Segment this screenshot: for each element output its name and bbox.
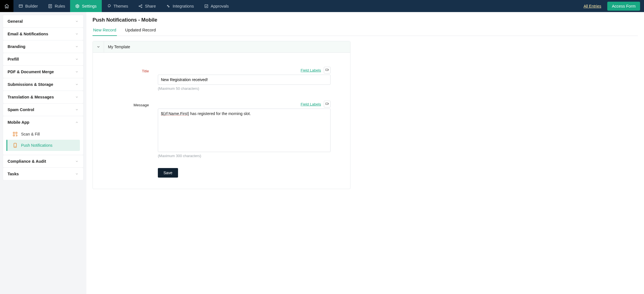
sidebar-item-spam-control[interactable]: Spam Control [3,103,84,116]
message-row: Message Field Labels ${zf:Name.First} ha… [121,101,331,158]
title-field-wrap: Field Labels (Maximum 50 characters) [158,67,331,91]
integrations-icon [166,4,170,8]
insert-icon [325,68,329,72]
chevron-down-icon [75,172,79,176]
nav-tab-label: Builder [25,4,38,8]
nav-tab-share[interactable]: Share [133,0,161,12]
svg-rect-9 [13,135,15,136]
sidebar-item-label: Email & Notifications [8,32,48,36]
svg-rect-7 [13,132,15,134]
content-tabs: New Record Updated Record [93,25,638,36]
svg-rect-0 [19,4,22,7]
sidebar-item-email-notifications[interactable]: Email & Notifications [3,27,84,40]
insert-field-button-title[interactable] [324,67,331,74]
chevron-down-icon [75,108,79,112]
main-content: Push Notifications - Mobile New Record U… [86,12,644,294]
merge-token: ${zf:Name.First} [161,111,189,116]
settings-sidebar: General Email & Notifications Branding P… [0,12,86,294]
access-form-button[interactable]: Access Form [607,2,640,11]
nav-tab-settings[interactable]: Settings [70,0,101,12]
sidebar-sub-scan-fill[interactable]: Scan & Fill [6,128,80,140]
themes-icon [107,4,111,8]
message-input[interactable]: ${zf:Name.First} has registered for the … [158,109,331,152]
chevron-down-icon [75,45,79,49]
nav-tab-rules[interactable]: Rules [43,0,70,12]
sidebar-item-label: Submissions & Storage [8,82,53,87]
nav-tab-builder[interactable]: Builder [13,0,43,12]
svg-rect-12 [326,103,328,105]
nav-tab-integrations[interactable]: Integrations [161,0,199,12]
chevron-down-icon [75,159,79,163]
nav-tab-themes[interactable]: Themes [102,0,133,12]
nav-tabs: Builder Rules Settings Themes Share Inte… [13,0,583,12]
save-button[interactable]: Save [158,168,178,178]
tab-new-record[interactable]: New Record [93,25,117,36]
top-nav: Builder Rules Settings Themes Share Inte… [0,0,644,12]
message-hint: (Maximum 300 characters) [158,154,331,158]
sidebar-item-translation-messages[interactable]: Translation & Messages [3,91,84,104]
chevron-down-icon [75,32,79,36]
approvals-icon [204,4,209,8]
home-button[interactable] [0,0,13,12]
sidebar-item-pdf-document-merge[interactable]: PDF & Document Merge [3,65,84,78]
all-entries-link[interactable]: All Entries [583,4,601,8]
message-text: has registered for the morning slot. [189,111,251,116]
sidebar-item-prefill[interactable]: Prefill [3,53,84,66]
sidebar-item-branding[interactable]: Branding [3,40,84,53]
panel-title: My Template [104,41,134,52]
chevron-down-icon [75,95,79,99]
sidebar-item-tasks[interactable]: Tasks [3,167,84,180]
sidebar-item-general[interactable]: General [3,15,84,28]
nav-tab-label: Share [145,4,156,8]
svg-rect-11 [326,69,328,71]
nav-right: All Entries Access Form [583,0,644,12]
builder-icon [19,4,23,8]
sidebar-item-compliance-audit[interactable]: Compliance & Audit [3,155,84,168]
title-input[interactable] [158,75,331,85]
insert-icon [325,102,329,106]
template-panel-body: Title Field Labels (Maximum 50 character… [93,53,350,189]
nav-tab-approvals[interactable]: Approvals [199,0,234,12]
panel-collapse-toggle[interactable] [93,41,104,52]
sidebar-item-submissions-storage[interactable]: Submissions & Storage [3,78,84,91]
template-panel: My Template Title Field Labels (M [93,41,350,189]
nav-tab-label: Settings [82,4,96,8]
sidebar-item-label: Translation & Messages [8,95,54,99]
sidebar-item-label: Prefill [8,57,19,61]
svg-point-2 [77,6,78,7]
sidebar-item-label: Branding [8,44,26,49]
title-hint: (Maximum 50 characters) [158,86,331,91]
svg-rect-6 [205,4,208,8]
nav-tab-label: Integrations [173,4,194,8]
chevron-up-icon [75,120,79,124]
share-icon [138,4,143,8]
sidebar-item-label: General [8,19,23,24]
field-labels-link-message[interactable]: Field Labels [301,102,321,106]
template-panel-header: My Template [93,41,350,53]
field-labels-link-title[interactable]: Field Labels [301,68,321,72]
message-field-wrap: Field Labels ${zf:Name.First} has regist… [158,101,331,158]
rules-icon [48,4,52,8]
sidebar-item-label: Mobile App [8,120,29,125]
svg-rect-8 [16,132,17,134]
nav-tab-label: Approvals [211,4,229,8]
tab-updated-record[interactable]: Updated Record [125,25,156,36]
chevron-down-icon [96,45,100,49]
sidebar-item-label: PDF & Document Merge [8,70,54,74]
home-icon [4,4,9,9]
chevron-down-icon [75,70,79,74]
page-title: Push Notifications - Mobile [93,17,638,23]
sidebar-sub-label: Scan & Fill [21,132,40,136]
nav-tab-label: Rules [55,4,65,8]
insert-field-button-message[interactable] [324,101,331,107]
sidebar-sub-label: Push Notifications [21,143,52,148]
sidebar-item-label: Spam Control [8,107,34,112]
settings-icon [75,4,80,8]
sidebar-sub-push-notifications[interactable]: Push Notifications [6,140,80,151]
chevron-down-icon [75,82,79,86]
sidebar-item-mobile-app-header[interactable]: Mobile App [3,116,83,128]
layout: General Email & Notifications Branding P… [0,12,644,294]
sidebar-item-mobile-app: Mobile App Scan & Fill Push Notification… [3,116,84,155]
title-label: Title [121,67,149,91]
message-label: Message [121,101,149,158]
